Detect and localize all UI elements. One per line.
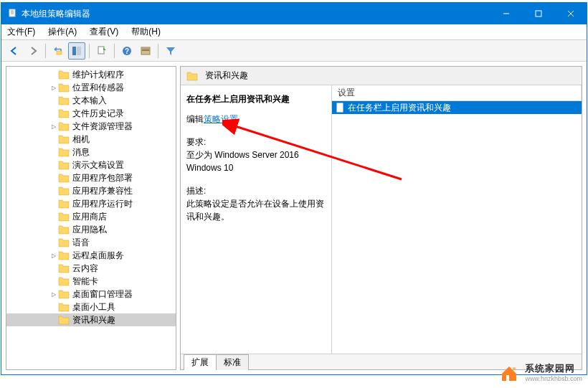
edit-policy-link[interactable]: 策略设置	[204, 114, 238, 124]
tree-item[interactable]: ▷桌面窗口管理器	[6, 288, 176, 301]
folder-icon	[58, 121, 70, 131]
tree-item[interactable]: 应用程序兼容性	[6, 184, 176, 197]
tab-standard[interactable]: 标准	[216, 354, 249, 370]
list-item-label: 在任务栏上启用资讯和兴趣	[348, 102, 451, 114]
show-tree-button[interactable]	[68, 42, 85, 60]
tree-item[interactable]: 文件历史记录	[6, 107, 176, 120]
tree-item[interactable]: ▷位置和传感器	[6, 81, 176, 94]
edit-line: 编辑策略设置	[186, 113, 326, 126]
content-area: 维护计划程序▷位置和传感器文本输入文件历史记录▷文件资源管理器相机消息演示文稿设…	[1, 62, 587, 374]
tree: 维护计划程序▷位置和传感器文本输入文件历史记录▷文件资源管理器相机消息演示文稿设…	[6, 67, 176, 328]
folder-icon	[58, 212, 70, 222]
svg-rect-5	[536, 11, 541, 16]
folder-icon	[58, 302, 70, 312]
tree-item-label: 文件资源管理器	[72, 120, 133, 133]
svg-rect-16	[142, 50, 149, 51]
menu-view[interactable]: 查看(V)	[90, 26, 118, 38]
toolbar: ?	[1, 40, 587, 62]
tree-item[interactable]: 应用商店	[6, 210, 176, 223]
tree-item[interactable]: 演示文稿设置	[6, 158, 176, 171]
tree-item-label: 应用程序兼容性	[72, 185, 133, 197]
svg-rect-9	[72, 47, 76, 55]
up-button[interactable]	[49, 42, 67, 60]
tree-item[interactable]: 桌面小工具	[6, 301, 176, 313]
tree-item[interactable]: 资讯和兴趣	[6, 313, 176, 326]
tree-item[interactable]: 维护计划程序	[6, 68, 176, 81]
help-button[interactable]: ?	[118, 42, 136, 60]
folder-icon	[58, 186, 70, 196]
menu-help[interactable]: 帮助(H)	[131, 26, 161, 38]
tree-item-label: 维护计划程序	[72, 69, 124, 81]
right-header: 资讯和兴趣	[181, 67, 582, 85]
separator	[45, 44, 46, 58]
svg-text:?: ?	[125, 47, 129, 55]
tree-item-label: 资讯和兴趣	[72, 314, 115, 326]
tree-item[interactable]: 语音	[6, 236, 176, 249]
tree-item-label: 应用商店	[72, 211, 107, 223]
separator	[114, 44, 115, 58]
folder-icon	[58, 173, 70, 183]
right-panel: 资讯和兴趣 在任务栏上启用资讯和兴趣 编辑策略设置 要求: 至少为 Window…	[180, 66, 582, 370]
folder-icon	[58, 250, 70, 260]
right-header-title: 资讯和兴趣	[205, 70, 248, 82]
tree-item[interactable]: 云内容	[6, 262, 176, 275]
folder-icon	[58, 108, 70, 118]
folder-icon	[58, 199, 70, 209]
tree-item-label: 远程桌面服务	[72, 250, 124, 262]
col-setting[interactable]: 设置	[332, 85, 582, 100]
list-pane: 设置 在任务栏上启用资讯和兴趣	[331, 85, 582, 354]
titlebar: 本地组策略编辑器	[1, 3, 587, 24]
tree-item-label: 智能卡	[72, 275, 98, 288]
back-button[interactable]	[6, 42, 23, 60]
tree-item[interactable]: 应用隐私	[6, 223, 176, 236]
folder-icon	[58, 82, 70, 93]
folder-icon	[58, 147, 70, 157]
export-button[interactable]	[93, 42, 110, 60]
minimize-button[interactable]	[490, 3, 522, 24]
tree-item[interactable]: 文本输入	[6, 94, 176, 107]
menu-action[interactable]: 操作(A)	[48, 26, 77, 38]
list-header: 设置	[332, 85, 582, 101]
folder-icon	[58, 70, 70, 80]
req-label: 要求:	[186, 136, 326, 148]
maximize-button[interactable]	[522, 3, 554, 24]
tree-item-label: 文本输入	[72, 95, 107, 107]
tree-item[interactable]: ▷文件资源管理器	[6, 120, 176, 133]
close-button[interactable]	[554, 3, 587, 24]
forward-button[interactable]	[24, 42, 42, 60]
tree-item[interactable]: 相机	[6, 133, 176, 146]
list-row[interactable]: 在任务栏上启用资讯和兴趣	[332, 101, 582, 114]
tree-item-label: 云内容	[72, 262, 98, 275]
app-window: 本地组策略编辑器 文件(F) 操作(A) 查看(V) 帮助(H) ? 维护计划程…	[1, 2, 587, 375]
folder-icon	[58, 289, 70, 299]
menu-file[interactable]: 文件(F)	[7, 26, 35, 38]
tree-item[interactable]: 应用程序运行时	[6, 197, 176, 210]
tree-item-label: 位置和传感器	[72, 82, 124, 94]
tab-extended[interactable]: 扩展	[184, 354, 217, 370]
tree-item[interactable]: 智能卡	[6, 275, 176, 288]
tree-item[interactable]: 消息	[6, 146, 176, 158]
svg-rect-11	[98, 47, 104, 54]
properties-button[interactable]	[137, 42, 154, 60]
tree-arrow-icon[interactable]: ▷	[49, 122, 58, 131]
app-icon	[7, 8, 17, 20]
folder-icon	[58, 276, 70, 286]
right-body: 在任务栏上启用资讯和兴趣 编辑策略设置 要求: 至少为 Windows Serv…	[181, 85, 582, 354]
folder-icon	[58, 95, 70, 105]
folder-icon	[58, 160, 70, 170]
tree-arrow-icon[interactable]: ▷	[49, 251, 58, 260]
folder-icon	[58, 224, 70, 235]
tree-item[interactable]: ▷远程桌面服务	[6, 249, 176, 262]
tree-item-label: 应用程序运行时	[72, 198, 133, 210]
tree-panel[interactable]: 维护计划程序▷位置和传感器文本输入文件历史记录▷文件资源管理器相机消息演示文稿设…	[6, 66, 176, 370]
tree-item-label: 应用程序包部署	[72, 172, 133, 184]
watermark-logo-icon	[499, 362, 519, 382]
detail-title: 在任务栏上启用资讯和兴趣	[186, 93, 326, 105]
tree-arrow-icon[interactable]: ▷	[49, 83, 58, 92]
filter-button[interactable]	[162, 42, 179, 60]
svg-rect-17	[337, 103, 343, 112]
tree-item[interactable]: 应用程序包部署	[6, 171, 176, 184]
tree-arrow-icon[interactable]: ▷	[49, 290, 58, 298]
tree-item-label: 相机	[72, 133, 90, 146]
window-controls	[490, 3, 587, 24]
